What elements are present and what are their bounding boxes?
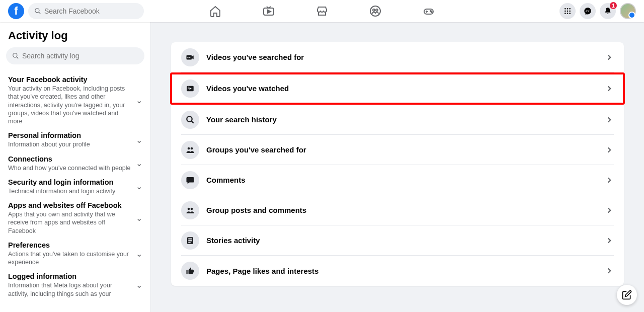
sidebar-item-desc: Technical information and login activity <box>8 187 132 195</box>
svg-point-19 <box>567 13 569 14</box>
sidebar-item-title: Personal information <box>8 131 132 139</box>
svg-point-34 <box>188 207 190 210</box>
row-group-posts-comments[interactable]: Group posts and comments <box>181 195 614 225</box>
header-right-actions: 1 <box>559 3 636 19</box>
chevron-down-icon: ⌄ <box>136 280 142 290</box>
global-search-input[interactable] <box>44 7 135 15</box>
notif-badge: 1 <box>610 2 617 9</box>
sidebar-item-preferences[interactable]: Preferences Actions that you've taken to… <box>6 238 144 270</box>
search-icon <box>12 52 19 59</box>
chevron-right-icon <box>605 176 614 185</box>
sidebar-item-title: Preferences <box>8 241 132 249</box>
svg-point-11 <box>431 12 432 13</box>
svg-point-25 <box>189 56 190 57</box>
sidebar-item-title: Your Facebook activity <box>8 75 132 84</box>
chevron-right-icon <box>605 266 614 275</box>
svg-line-31 <box>191 121 194 123</box>
edit-icon <box>622 290 632 300</box>
facebook-logo[interactable]: f <box>8 3 24 19</box>
sidebar-item-security[interactable]: Security and login information Technical… <box>6 175 144 198</box>
groups-tab[interactable] <box>369 5 382 18</box>
svg-line-22 <box>17 57 19 59</box>
sidebar-item-desc: Information that Meta logs about your ac… <box>8 281 132 298</box>
sidebar: Activity log Your Facebook activity Your… <box>0 22 151 312</box>
sidebar-item-desc: Apps that you own and activity that we r… <box>8 210 132 235</box>
chevron-right-icon <box>605 236 614 245</box>
group-icon <box>181 141 199 159</box>
row-label: Videos you've searched for <box>206 53 605 61</box>
stories-icon <box>181 231 199 250</box>
row-label: Pages, Page likes and interests <box>206 267 605 275</box>
menu-button[interactable] <box>559 3 576 19</box>
row-pages-likes-interests[interactable]: Pages, Page likes and interests <box>181 256 614 286</box>
row-comments[interactable]: Comments <box>181 165 614 195</box>
svg-point-16 <box>567 11 569 12</box>
sidebar-item-title: Apps and websites off Facebook <box>8 201 132 209</box>
svg-point-17 <box>569 11 571 12</box>
svg-point-5 <box>373 9 375 11</box>
gaming-tab[interactable] <box>422 5 435 18</box>
chevron-down-icon: ⌄ <box>136 96 142 105</box>
marketplace-tab[interactable] <box>315 5 329 18</box>
comment-icon <box>181 171 199 189</box>
svg-line-1 <box>39 12 41 14</box>
sidebar-item-personal-info[interactable]: Personal information Information about y… <box>6 128 144 151</box>
sidebar-item-title: Connections <box>8 155 132 163</box>
row-label: Comments <box>206 176 605 184</box>
menu-grid-icon <box>564 7 572 15</box>
svg-point-35 <box>191 207 193 210</box>
chevron-down-icon: ⌄ <box>136 159 142 168</box>
sidebar-item-desc: Who and how you've connected with people <box>8 164 132 172</box>
chevron-down-icon: ⌄ <box>136 213 142 223</box>
compose-button[interactable] <box>617 285 637 305</box>
search-icon <box>34 8 41 15</box>
chevron-down-icon: ⌄ <box>136 249 142 259</box>
home-tab[interactable] <box>209 5 222 18</box>
sidebar-item-logged-info[interactable]: Logged information Information that Meta… <box>6 269 144 301</box>
row-label: Group posts and comments <box>206 206 605 214</box>
row-search-history[interactable]: Your search history <box>181 105 614 135</box>
sidebar-item-apps-websites[interactable]: Apps and websites off Facebook Apps that… <box>6 198 144 238</box>
watch-tab[interactable] <box>262 5 275 18</box>
svg-point-14 <box>569 8 571 10</box>
row-stories-activity[interactable]: Stories activity <box>181 225 614 256</box>
notifications-button[interactable]: 1 <box>600 3 616 19</box>
top-header: f 1 <box>0 0 644 22</box>
video-watched-icon <box>181 80 199 98</box>
row-videos-searched[interactable]: Videos you've searched for <box>181 42 614 72</box>
messenger-button[interactable] <box>580 3 596 19</box>
sidebar-item-desc: Actions that you've taken to customise y… <box>8 250 132 267</box>
chevron-right-icon <box>605 145 614 154</box>
home-icon <box>209 5 221 17</box>
svg-point-18 <box>565 13 566 14</box>
chevron-right-icon <box>605 115 614 124</box>
svg-point-30 <box>187 116 192 122</box>
svg-point-20 <box>569 13 571 14</box>
group-icon <box>181 201 199 219</box>
main-content: Videos you've searched for Videos you've… <box>151 22 644 312</box>
svg-point-33 <box>191 147 193 149</box>
svg-point-13 <box>567 8 569 10</box>
svg-marker-3 <box>268 10 271 13</box>
activity-list-card: Videos you've searched for Videos you've… <box>171 42 624 286</box>
global-search-box[interactable] <box>28 3 144 19</box>
activity-search-box[interactable] <box>6 47 144 64</box>
watch-icon <box>263 5 275 17</box>
row-groups-searched[interactable]: Groups you've searched for <box>181 135 614 165</box>
like-icon <box>181 262 199 280</box>
activity-search-input[interactable] <box>22 52 123 60</box>
row-videos-watched[interactable]: Videos you've watched <box>171 73 624 104</box>
sidebar-item-your-activity[interactable]: Your Facebook activity Your activity on … <box>6 72 144 128</box>
messenger-icon <box>584 7 592 15</box>
svg-point-0 <box>35 9 39 13</box>
marketplace-icon <box>316 5 328 17</box>
video-search-icon <box>181 48 199 66</box>
sidebar-item-title: Logged information <box>8 272 132 280</box>
account-avatar[interactable] <box>620 3 636 19</box>
svg-point-4 <box>370 6 380 16</box>
groups-icon <box>369 5 381 17</box>
svg-point-24 <box>187 56 188 57</box>
row-label: Groups you've searched for <box>206 145 605 154</box>
sidebar-item-desc: Information about your profile <box>8 140 132 148</box>
sidebar-item-connections[interactable]: Connections Who and how you've connected… <box>6 152 144 175</box>
